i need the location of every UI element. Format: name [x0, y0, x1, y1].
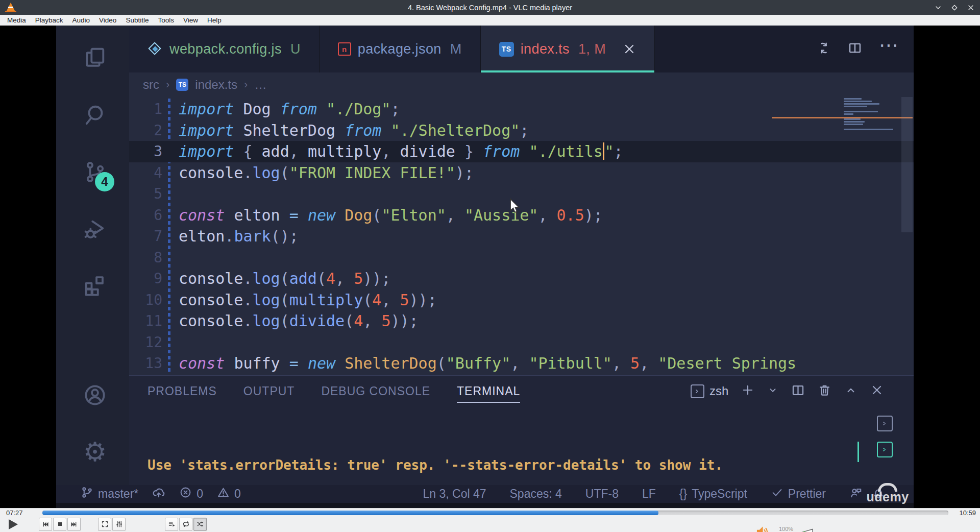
chevron-up-icon[interactable] [844, 383, 857, 399]
mouse-cursor [509, 198, 523, 215]
line-number: 12 [129, 332, 162, 353]
status-0[interactable]: 0 [179, 486, 203, 502]
terminal-output[interactable]: Use 'stats.errorDetails: true' resp. '--… [148, 406, 852, 485]
random-button[interactable] [193, 518, 207, 531]
status-ln-3-col-47[interactable]: Ln 3, Col 47 [423, 487, 486, 501]
minimap-line [844, 124, 863, 125]
typescript-icon: TS [499, 42, 514, 57]
breadcrumb-symbol[interactable]: … [254, 78, 266, 92]
line-number: 1 [129, 99, 162, 120]
tab-git-status: U [290, 41, 301, 57]
code-editor[interactable]: 1import Dog from "./Dog";2import Shelter… [129, 97, 914, 375]
status-bar-left: master*00 [56, 486, 241, 502]
status-0[interactable]: 0 [217, 486, 241, 502]
status-master-[interactable]: master* [81, 486, 138, 502]
activitybar-account-icon[interactable] [81, 381, 109, 409]
next-button[interactable] [67, 518, 81, 531]
breadcrumb[interactable]: src › TS index.ts › … [129, 72, 914, 97]
menu-playback[interactable]: Playback [31, 15, 68, 26]
status-spaces-4[interactable]: Spaces: 4 [510, 487, 562, 501]
menu-audio[interactable]: Audio [68, 15, 95, 26]
activitybar-files-icon[interactable] [81, 43, 109, 72]
open-changes-icon[interactable] [817, 41, 831, 57]
warning-icon [217, 486, 230, 502]
volume-control[interactable]: 100% [755, 525, 813, 532]
shell-indicator[interactable]: zsh [691, 384, 728, 398]
maximize-icon[interactable] [950, 4, 959, 12]
activitybar-settings-gear-icon[interactable]: ⚙ [81, 438, 109, 466]
menu-video[interactable]: Video [94, 15, 121, 26]
loop-button[interactable] [179, 518, 192, 531]
line-number: 6 [129, 205, 162, 226]
menu-media[interactable]: Media [3, 15, 31, 26]
window-title: 4. Basic Webpack Config.mp4 - VLC media … [0, 4, 980, 12]
play-button[interactable] [6, 518, 19, 531]
status-prettier[interactable]: Prettier [771, 486, 826, 502]
minimap-line [844, 106, 867, 107]
split-editor-icon[interactable] [848, 41, 862, 57]
activitybar-search-icon[interactable] [81, 101, 109, 130]
line-number: 8 [129, 247, 162, 269]
video-bottom-edge [56, 503, 914, 508]
menu-tools[interactable]: Tools [153, 15, 179, 26]
chevron-down-icon[interactable] [767, 384, 778, 398]
speaker-icon[interactable] [755, 525, 769, 532]
volume-slider[interactable]: 100% [774, 527, 813, 532]
vlc-controls: 07:27 10:59 100% [0, 508, 980, 532]
terminal-instance-icon-active[interactable] [877, 442, 893, 457]
tab-index.ts[interactable]: TSindex.ts1, M [481, 26, 655, 72]
menu-view[interactable]: View [179, 15, 203, 26]
status-lf[interactable]: LF [642, 487, 656, 501]
error-icon [179, 486, 192, 502]
minimap-line [844, 103, 879, 105]
status-utf-8[interactable]: UTF-8 [585, 487, 619, 501]
tab-package.json[interactable]: npackage.jsonM [320, 26, 481, 72]
extended-settings-button[interactable] [112, 518, 126, 531]
more-actions-icon[interactable]: ⋯ [879, 44, 898, 54]
minimap[interactable] [844, 98, 897, 131]
tab-git-status: 1, M [578, 41, 606, 57]
trash-icon[interactable] [818, 383, 831, 399]
udemy-watermark-text: udemy [866, 490, 910, 504]
breadcrumb-file[interactable]: index.ts [195, 78, 237, 92]
activitybar-extensions-icon[interactable] [81, 272, 109, 300]
npm-icon: n [338, 42, 351, 56]
activitybar-run-debug-icon[interactable] [81, 215, 109, 244]
menu-subtitle[interactable]: Subtitle [121, 15, 153, 26]
panel-close-icon[interactable] [870, 383, 884, 399]
minimize-icon[interactable] [934, 4, 942, 12]
previous-button[interactable] [39, 518, 52, 531]
stop-button[interactable] [53, 518, 66, 531]
window-controls [934, 0, 975, 15]
playlist-button[interactable] [165, 518, 178, 531]
source-control-badge: 4 [95, 172, 114, 191]
tab-close-icon[interactable] [623, 42, 636, 56]
code-line-3: 3import { add, multiply, divide } from "… [129, 141, 914, 162]
line-number: 2 [129, 120, 162, 141]
check-icon [771, 486, 783, 502]
panel-tab-debug-console[interactable]: DEBUG CONSOLE [321, 376, 430, 406]
chevron-right-icon: › [166, 78, 169, 91]
terminal-instance-icon[interactable] [877, 416, 893, 431]
editor-scrollbar[interactable] [901, 97, 913, 232]
status-cloud-upload-icon[interactable] [152, 486, 165, 502]
seek-bar[interactable] [42, 511, 948, 515]
panel-tab-output[interactable]: OUTPUT [243, 376, 295, 406]
cloud-upload-icon [152, 486, 165, 502]
video-area[interactable]: 4⚙ webpack.config.jsUnpackage.jsonMTSind… [0, 26, 980, 508]
status-typescript[interactable]: {}TypeScript [679, 487, 747, 501]
code-lines: 1import Dog from "./Dog";2import Shelter… [129, 99, 914, 374]
panel-tab-problems[interactable]: PROBLEMS [148, 376, 217, 406]
chevron-right-icon: › [244, 78, 248, 91]
panel-tab-terminal[interactable]: TERMINAL [457, 376, 520, 406]
fullscreen-button[interactable] [98, 518, 111, 531]
status-feedback-icon[interactable] [849, 486, 863, 502]
minimap-line [844, 101, 872, 102]
split-panel-icon[interactable] [791, 383, 805, 399]
breadcrumb-folder[interactable]: src [143, 78, 159, 92]
menu-help[interactable]: Help [203, 15, 226, 26]
line-number: 10 [129, 289, 162, 311]
tab-webpack.config.js[interactable]: webpack.config.jsU [129, 26, 320, 72]
close-icon[interactable] [967, 4, 975, 12]
plus-icon[interactable] [741, 383, 754, 399]
